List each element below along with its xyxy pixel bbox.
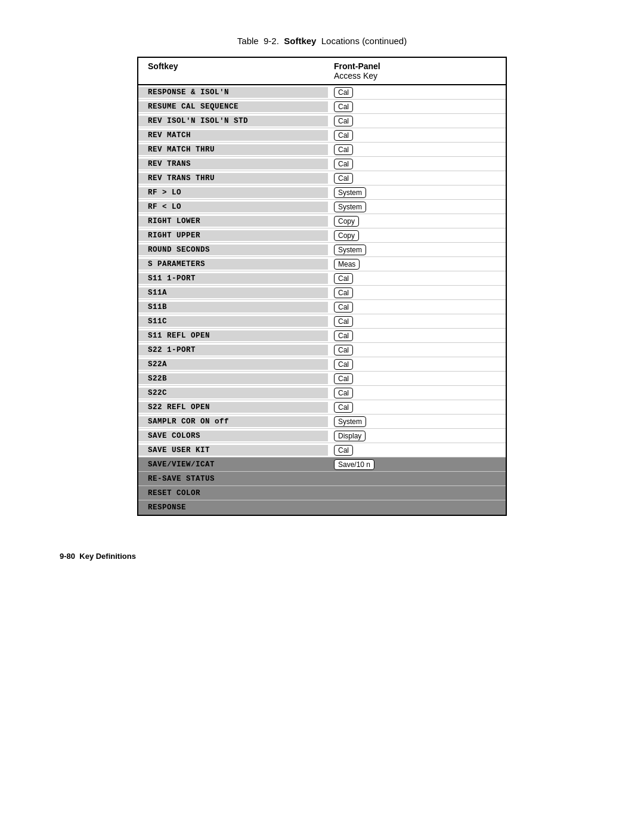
table-row: REV TRANSCal bbox=[138, 157, 506, 171]
key-cell: System bbox=[328, 243, 506, 256]
key-cell: Save/10 n bbox=[328, 458, 506, 471]
table-row: RESUME CAL SEQUENCECal bbox=[138, 100, 506, 114]
key-cell: Cal bbox=[328, 157, 506, 171]
table-row: S11 1-PORTCal bbox=[138, 271, 506, 286]
softkey-cell: SAVE USER KIT bbox=[138, 445, 328, 456]
key-cell: Cal bbox=[328, 100, 506, 113]
key-badge: System bbox=[334, 187, 366, 198]
softkey-cell: RESET COLOR bbox=[138, 488, 328, 499]
key-badge: Cal bbox=[334, 402, 353, 413]
header-fp-line1: Front-Panel bbox=[334, 61, 380, 71]
table-row: REV ISOL'N ISOL'N STDCal bbox=[138, 114, 506, 128]
title-suffix: Locations (continued) bbox=[321, 36, 407, 46]
softkey-cell: RESPONSE bbox=[138, 502, 328, 513]
softkey-cell: ROUND SECONDS bbox=[138, 245, 328, 255]
table-row: S22BCal bbox=[138, 372, 506, 386]
key-cell: Cal bbox=[328, 301, 506, 314]
key-badge: Cal bbox=[334, 359, 353, 370]
header-softkey: Softkey bbox=[138, 61, 328, 81]
key-badge: Cal bbox=[334, 101, 353, 112]
table-row: REV MATCH THRUCal bbox=[138, 143, 506, 157]
table-row: S22ACal bbox=[138, 357, 506, 372]
footer: 9-80 Key Definitions bbox=[48, 552, 596, 561]
key-badge: Meas bbox=[334, 259, 360, 270]
table-row: RESET COLOR bbox=[138, 486, 506, 500]
key-cell: System bbox=[328, 415, 506, 428]
table-row: S22 REFL OPENCal bbox=[138, 400, 506, 415]
key-badge: Cal bbox=[334, 144, 353, 155]
table-row: SAVE USER KITCal bbox=[138, 443, 506, 457]
key-badge: Cal bbox=[334, 116, 353, 126]
header-frontpanel: Front-Panel Access Key bbox=[328, 61, 506, 81]
key-cell: Copy bbox=[328, 229, 506, 242]
key-cell: Cal bbox=[328, 286, 506, 299]
key-cell bbox=[328, 492, 506, 494]
key-cell: Cal bbox=[328, 386, 506, 400]
table-row: S22CCal bbox=[138, 386, 506, 400]
key-badge: Cal bbox=[334, 302, 353, 313]
table-row: S PARAMETERSMeas bbox=[138, 257, 506, 271]
softkey-cell: RE-SAVE STATUS bbox=[138, 474, 328, 484]
softkey-cell: REV TRANS bbox=[138, 159, 328, 169]
key-cell: Cal bbox=[328, 86, 506, 99]
key-cell: Copy bbox=[328, 215, 506, 228]
table-row: RF < LOSystem bbox=[138, 200, 506, 214]
page-title: Table 9-2. Softkey Locations (continued) bbox=[48, 36, 596, 46]
key-badge: System bbox=[334, 245, 366, 255]
table-header: Softkey Front-Panel Access Key bbox=[138, 58, 506, 85]
key-cell: Cal bbox=[328, 401, 506, 414]
table-row: REV MATCHCal bbox=[138, 128, 506, 143]
key-badge: Cal bbox=[334, 373, 353, 384]
table-row: RESPONSE & ISOL'NCal bbox=[138, 85, 506, 100]
key-cell bbox=[328, 478, 506, 480]
header-fp-line2: Access Key bbox=[334, 71, 377, 81]
key-cell: Cal bbox=[328, 115, 506, 128]
table-row: REV TRANS THRUCal bbox=[138, 171, 506, 185]
title-bold: Softkey bbox=[284, 36, 316, 46]
key-badge: System bbox=[334, 416, 366, 427]
footer-pagenum: 9-80 bbox=[60, 552, 75, 561]
table-row: RF > LOSystem bbox=[138, 185, 506, 200]
softkey-cell: RIGHT LOWER bbox=[138, 216, 328, 227]
softkey-table: Softkey Front-Panel Access Key RESPONSE … bbox=[137, 57, 507, 516]
key-cell: Cal bbox=[328, 129, 506, 142]
table-body: RESPONSE & ISOL'NCalRESUME CAL SEQUENCEC… bbox=[138, 85, 506, 515]
table-row: RIGHT UPPERCopy bbox=[138, 228, 506, 243]
key-badge: Cal bbox=[334, 445, 353, 456]
key-cell bbox=[328, 506, 506, 509]
key-cell: Cal bbox=[328, 344, 506, 357]
key-cell: Cal bbox=[328, 444, 506, 457]
softkey-cell: S11 REFL OPEN bbox=[138, 330, 328, 341]
footer-text: Key Definitions bbox=[79, 552, 136, 561]
softkey-cell: S PARAMETERS bbox=[138, 259, 328, 270]
key-cell: Cal bbox=[328, 172, 506, 185]
key-badge: Cal bbox=[334, 330, 353, 341]
key-cell: Cal bbox=[328, 372, 506, 385]
key-badge: Cal bbox=[334, 345, 353, 355]
table-row: ROUND SECONDSSystem bbox=[138, 243, 506, 257]
title-number: 9-2. bbox=[264, 36, 279, 46]
key-badge: Cal bbox=[334, 87, 353, 98]
key-cell: System bbox=[328, 200, 506, 214]
softkey-cell: S11A bbox=[138, 287, 328, 298]
key-badge: Cal bbox=[334, 273, 353, 284]
softkey-cell: SAVE/VIEW/ICAT bbox=[138, 459, 328, 470]
key-cell: Display bbox=[328, 429, 506, 443]
softkey-cell: S11B bbox=[138, 302, 328, 313]
key-cell: System bbox=[328, 186, 506, 199]
key-badge: Copy bbox=[334, 230, 359, 241]
table-row: S11ACal bbox=[138, 286, 506, 300]
softkey-cell: RF < LO bbox=[138, 202, 328, 212]
key-cell: Cal bbox=[328, 329, 506, 342]
table-row: S11 REFL OPENCal bbox=[138, 329, 506, 343]
key-cell: Cal bbox=[328, 143, 506, 156]
softkey-cell: S22B bbox=[138, 373, 328, 384]
table-row: RE-SAVE STATUS bbox=[138, 472, 506, 486]
softkey-cell: S22 1-PORT bbox=[138, 345, 328, 355]
table-row: S11BCal bbox=[138, 300, 506, 314]
key-cell: Cal bbox=[328, 272, 506, 285]
key-badge: Display bbox=[334, 431, 366, 441]
key-cell: Cal bbox=[328, 315, 506, 328]
softkey-cell: SAMPLR COR ON off bbox=[138, 416, 328, 427]
softkey-cell: REV TRANS THRU bbox=[138, 173, 328, 184]
